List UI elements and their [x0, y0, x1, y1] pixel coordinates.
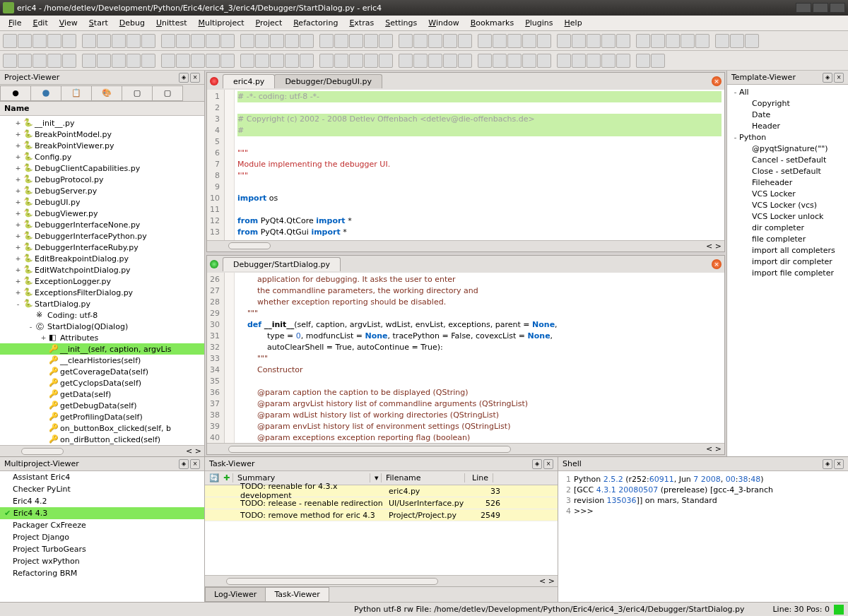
multiproject-item[interactable]: Eric4 4.2 [0, 495, 204, 507]
toolbar-button[interactable] [240, 34, 254, 48]
toolbar-button[interactable] [334, 34, 348, 48]
maximize-button[interactable] [813, 3, 828, 13]
toolbar-button[interactable] [82, 34, 96, 48]
menu-extras[interactable]: Extras [343, 17, 379, 29]
toolbar-button[interactable] [270, 34, 284, 48]
toolbar-button[interactable] [97, 54, 111, 68]
toolbar-button[interactable] [522, 34, 536, 48]
pv-tab-python[interactable] [30, 85, 61, 101]
toolbar-button[interactable] [62, 34, 76, 48]
toolbar-button[interactable] [572, 54, 586, 68]
editor1-hscroll[interactable]: < > [207, 240, 724, 251]
tree-item[interactable]: +🐍DebugViewer.py [0, 208, 204, 219]
sh-pin-icon[interactable]: ◈ [823, 459, 832, 469]
task-row[interactable]: TODO: release - reenable redirectionUI/U… [205, 497, 558, 509]
tree-item[interactable]: +🐍__init__.py [0, 117, 204, 129]
tree-item[interactable]: 🔑on_dirButton_clicked(self) [0, 434, 204, 445]
toolbar-button[interactable] [730, 34, 744, 48]
toolbar-button[interactable] [176, 34, 190, 48]
pv-tab-other2[interactable]: ▢ [152, 85, 183, 101]
toolbar-button[interactable] [443, 34, 457, 48]
toolbar-button[interactable] [349, 34, 363, 48]
tree-item[interactable]: +🐍EditWatchpointDialog.py [0, 264, 204, 276]
mp-close-icon[interactable]: × [190, 459, 200, 469]
toolbar-button[interactable] [112, 54, 126, 68]
menu-refactoring[interactable]: Refactoring [288, 17, 343, 29]
toolbar-button[interactable] [62, 54, 76, 68]
tree-item[interactable]: +🐍DebugProtocol.py [0, 174, 204, 185]
template-item[interactable]: VCS Locker [727, 188, 848, 199]
toolbar-button[interactable] [413, 54, 428, 68]
tree-item[interactable]: +🐍EditBreakpointDialog.py [0, 253, 204, 264]
toolbar-button[interactable] [478, 34, 492, 48]
menu-help[interactable]: Help [559, 17, 588, 29]
toolbar-button[interactable] [507, 54, 522, 68]
toolbar-button[interactable] [493, 34, 507, 48]
panel-close-icon[interactable]: × [190, 73, 200, 83]
template-item[interactable]: VCS Locker (vcs) [727, 199, 848, 211]
template-item[interactable]: -Python [727, 131, 848, 143]
toolbar-button[interactable] [319, 54, 334, 68]
toolbar-button[interactable] [161, 34, 175, 48]
toolbar-button[interactable] [18, 54, 32, 68]
toolbar-button[interactable] [161, 54, 175, 68]
menu-settings[interactable]: Settings [379, 17, 423, 29]
tree-item[interactable]: +🐍ExceptionsFilterDialog.py [0, 287, 204, 298]
tree-item[interactable]: +🐍DebuggerInterfaceNone.py [0, 219, 204, 230]
editor1-code[interactable]: # -*- coding: utf-8 -*- # Copyright (c) … [235, 90, 724, 240]
multiproject-item[interactable]: Packager CxFreeze [0, 519, 204, 531]
mp-pin-icon[interactable]: ◈ [179, 459, 189, 469]
tv-close-icon[interactable]: × [834, 73, 844, 83]
tv2-pin-icon[interactable]: ◈ [532, 459, 542, 469]
toolbar-button[interactable] [399, 54, 413, 68]
editor2-code[interactable]: application for debugging. It asks the u… [235, 273, 724, 443]
template-item[interactable]: file completer [727, 233, 848, 244]
toolbar-button[interactable] [176, 54, 190, 68]
shell-output[interactable]: 1Python 2.5.2 (r252:60911, Jun 7 2008, 0… [558, 471, 848, 602]
menu-view[interactable]: View [54, 17, 83, 29]
toolbar-button[interactable] [443, 54, 457, 68]
toolbar-button[interactable] [651, 34, 665, 48]
toolbar-button[interactable] [587, 54, 601, 68]
menu-plugins[interactable]: Plugins [519, 17, 558, 29]
tree-item[interactable]: ※Coding: utf-8 [0, 309, 204, 321]
toolbar-button[interactable] [255, 34, 269, 48]
editor2-close-icon[interactable]: × [712, 259, 722, 269]
sh-close-icon[interactable]: × [834, 459, 844, 469]
tree-item[interactable]: +🐍DebugUI.py [0, 196, 204, 208]
template-item[interactable]: VCS Locker unlock [727, 211, 848, 222]
toolbar-button[interactable] [364, 54, 378, 68]
multiproject-item[interactable]: ✔ Eric4 4.3 [0, 507, 204, 519]
template-item[interactable]: Date [727, 109, 848, 120]
toolbar-button[interactable] [126, 54, 141, 68]
toolbar-button[interactable] [636, 34, 650, 48]
toolbar-button[interactable] [651, 54, 665, 68]
minimize-button[interactable] [796, 3, 811, 13]
template-item[interactable]: -All [727, 86, 848, 97]
toolbar-button[interactable] [587, 34, 601, 48]
toolbar-button[interactable] [82, 54, 96, 68]
toolbar-button[interactable] [745, 34, 759, 48]
toolbar-button[interactable] [255, 54, 269, 68]
toolbar-button[interactable] [112, 34, 126, 48]
tree-item[interactable]: +◧Attributes [0, 332, 204, 343]
toolbar-button[interactable] [319, 34, 334, 48]
toolbar-button[interactable] [141, 54, 155, 68]
pv-tab-resources[interactable]: 🎨 [91, 85, 122, 101]
menu-multiproject[interactable]: Multiproject [192, 17, 249, 29]
tree-item[interactable]: +🐍BreakPointViewer.py [0, 140, 204, 151]
toolbar-button[interactable] [33, 34, 47, 48]
task-col-filename[interactable]: Filename [382, 473, 465, 482]
toolbar-button[interactable] [18, 34, 32, 48]
toolbar-button[interactable] [349, 54, 363, 68]
toolbar-button[interactable] [97, 34, 111, 48]
tv-pin-icon[interactable]: ◈ [823, 73, 832, 83]
toolbar-button[interactable] [522, 54, 536, 68]
editor1-close-icon[interactable]: × [712, 76, 722, 86]
tree-item[interactable]: 🔑getDebugData(self) [0, 400, 204, 411]
pv-tab-forms[interactable]: 📋 [61, 85, 92, 101]
template-item[interactable]: Cancel - setDefault [727, 154, 848, 165]
toolbar-button[interactable] [300, 54, 314, 68]
menu-project[interactable]: Project [250, 17, 288, 29]
pv-tab-other1[interactable]: ▢ [122, 85, 153, 101]
